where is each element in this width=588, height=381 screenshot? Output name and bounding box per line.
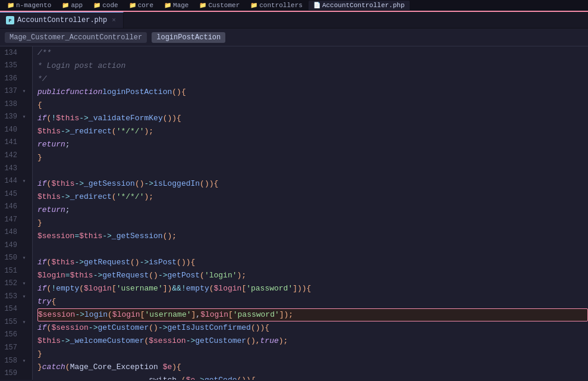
editor-tab-bar: P AccountController.php × <box>0 12 588 29</box>
code-content-area[interactable]: /** * Login post action */ public functi… <box>33 46 588 380</box>
nav-tab-app[interactable]: 📁app <box>57 1 87 10</box>
code-line <box>37 243 588 256</box>
code-line: } catch (Mage_Core_Exception $e) { <box>37 361 588 374</box>
nav-tab-accountcontroller-php[interactable]: 📄AccountController.php <box>309 1 410 10</box>
gutter-row: 139▾ <box>0 111 27 124</box>
gutter-row: 134 <box>0 46 27 60</box>
gutter-row: 154 <box>0 303 27 316</box>
line-number: 149 <box>0 241 21 249</box>
line-number: 158 <box>0 357 21 365</box>
code-line: if (!empty($login['username']) && !empty… <box>37 282 588 295</box>
line-number: 152 <box>0 279 21 288</box>
breadcrumb-nav-bar: 📁n-magento📁app📁code📁core📁Mage📁Customer📁c… <box>0 0 588 12</box>
gutter-row: 156 <box>0 329 27 342</box>
line-number: 143 <box>0 164 21 173</box>
line-number: 141 <box>0 138 21 146</box>
code-line: $session = $this->_getSession(); <box>37 230 588 243</box>
fold-arrow[interactable]: ▾ <box>21 113 27 120</box>
gutter-row: 150▾ <box>0 252 27 265</box>
code-line: public function loginPostAction() { <box>37 86 588 99</box>
nav-tab-label: Mage <box>173 2 188 9</box>
gutter-row: 155▾ <box>0 316 27 329</box>
code-line: return; <box>37 138 588 151</box>
code-line: if ($this->getRequest()->isPost()) { <box>37 256 588 269</box>
gutter-row: 158▾ <box>0 354 27 367</box>
editor-tab-active[interactable]: P AccountController.php × <box>0 12 124 28</box>
nav-tab-core[interactable]: 📁core <box>124 1 158 10</box>
gutter-row: 151 <box>0 264 27 277</box>
line-number: 142 <box>0 151 21 160</box>
line-number: 134 <box>0 49 21 57</box>
fold-arrow[interactable]: ▾ <box>21 280 27 287</box>
nav-tab-label: Customer <box>208 2 240 9</box>
fold-arrow[interactable]: ▾ <box>21 293 27 300</box>
fold-arrow[interactable]: ▾ <box>21 254 27 261</box>
gutter-row: 157 <box>0 341 27 354</box>
code-line: if (!$this->_validateFormKey()) { <box>37 112 588 125</box>
nav-tab-label: core <box>138 2 153 9</box>
fold-arrow[interactable]: ▾ <box>21 318 27 326</box>
code-line: $session->login($login['username'], $log… <box>37 308 588 321</box>
nav-tab-label: app <box>71 2 83 9</box>
nav-tab-n-magento[interactable]: 📁n-magento <box>2 1 56 10</box>
nav-tab-label: AccountController.php <box>322 2 405 9</box>
code-line: if ($session->getCustomer()->getIsJustCo… <box>37 321 588 335</box>
code-line: switch ($e->getCode()) { <box>37 374 588 380</box>
gutter-row: 138 <box>0 98 27 111</box>
line-number: 138 <box>0 100 21 108</box>
tab-close-button[interactable]: × <box>112 17 116 24</box>
gutter-row: 146 <box>0 200 27 213</box>
line-number: 153 <box>0 292 21 301</box>
folder-icon: 📁 <box>164 2 171 9</box>
code-line: try { <box>37 295 588 308</box>
gutter-row: 140 <box>0 123 27 136</box>
line-number: 135 <box>0 61 21 70</box>
folder-icon: 📁 <box>250 2 257 9</box>
folder-icon: 📁 <box>62 2 69 9</box>
gutter-row: 136 <box>0 72 27 85</box>
gutter-row: 135 <box>0 60 27 73</box>
gutter-row: 144▾ <box>0 174 27 188</box>
folder-icon: 📁 <box>129 2 136 9</box>
code-line: $this->_redirect('*/*/'); <box>37 190 588 204</box>
gutter-row: 148 <box>0 226 27 239</box>
folder-icon: 📁 <box>199 2 206 9</box>
nav-tab-mage[interactable]: 📁Mage <box>159 1 193 10</box>
nav-tab-code[interactable]: 📁code <box>89 1 122 10</box>
folder-icon: 📁 <box>93 2 100 9</box>
code-line: $login = $this->getRequest()->getPost('l… <box>37 269 588 282</box>
gutter-row: 141 <box>0 136 27 149</box>
gutter-row: 143 <box>0 162 27 175</box>
line-number: 136 <box>0 74 21 83</box>
nav-tab-controllers[interactable]: 📁controllers <box>246 1 307 10</box>
file-icon: 📄 <box>313 2 320 9</box>
gutter-row: 149 <box>0 239 27 252</box>
line-number: 157 <box>0 343 21 352</box>
line-number: 156 <box>0 330 21 339</box>
code-line: { <box>37 99 588 112</box>
gutter-row: 145 <box>0 188 27 201</box>
breadcrumb-class: Mage_Customer_AccountController <box>5 32 147 43</box>
gutter-row: 159 <box>0 367 27 380</box>
fold-arrow[interactable]: ▾ <box>21 357 27 364</box>
line-number: 147 <box>0 216 21 224</box>
nav-tab-label: code <box>102 2 118 9</box>
line-number: 150 <box>0 254 21 262</box>
gutter-row: 147 <box>0 213 27 226</box>
line-number: 146 <box>0 202 21 211</box>
code-line: } <box>37 217 588 230</box>
line-number: 154 <box>0 305 21 313</box>
line-number: 139 <box>0 113 21 121</box>
nav-tab-customer[interactable]: 📁Customer <box>194 1 244 10</box>
code-line: $this->_redirect('*/*/'); <box>37 125 588 138</box>
code-line <box>37 164 588 177</box>
fold-arrow[interactable]: ▾ <box>21 177 27 185</box>
line-number: 140 <box>0 126 21 134</box>
line-number-gutter: 134135136137▾138139▾140141142143144▾1451… <box>0 46 33 380</box>
fold-arrow[interactable]: ▾ <box>21 88 27 95</box>
line-number: 159 <box>0 369 21 377</box>
nav-tab-label: controllers <box>259 2 303 9</box>
gutter-row: 142 <box>0 149 27 162</box>
folder-icon: 📁 <box>7 2 14 9</box>
file-icon: P <box>6 16 14 24</box>
